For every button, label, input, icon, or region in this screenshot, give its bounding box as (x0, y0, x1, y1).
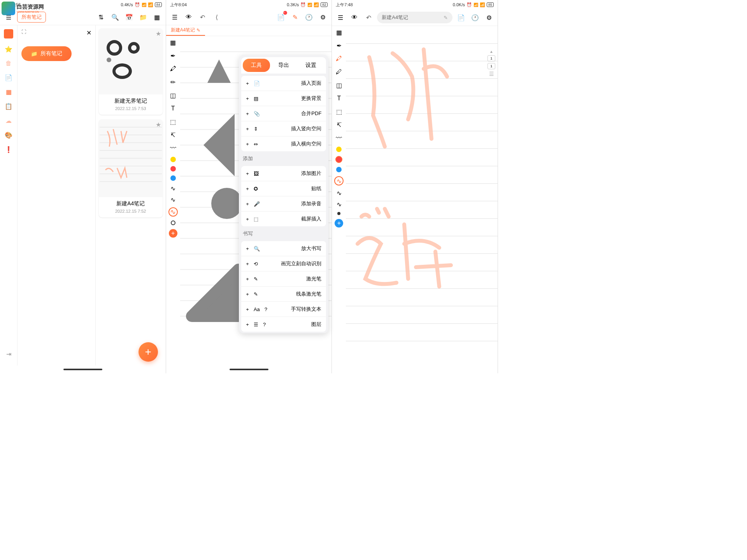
marker-icon[interactable]: 🖍 (334, 54, 344, 63)
popup-sticker[interactable]: +✪贴纸 (241, 181, 326, 196)
shapes-icon[interactable]: ▦ (334, 28, 344, 37)
popup-tab-settings[interactable]: 设置 (297, 59, 324, 72)
menu-icon[interactable]: ☰ (335, 12, 346, 23)
popup-tab-export[interactable]: 导出 (270, 59, 297, 72)
clock-icon[interactable]: 🕐 (303, 12, 314, 23)
popup-auto-recog[interactable]: +⟲画完立刻自动识别 (241, 256, 326, 271)
edit-title-icon[interactable]: ✎ (444, 15, 448, 21)
layers-icon: ☰ (254, 322, 258, 327)
star-icon[interactable]: ★ (156, 121, 161, 128)
popup-insert-v[interactable]: +⇕插入竖向空间 (241, 121, 326, 136)
star-icon[interactable]: ★ (156, 30, 161, 37)
sidebar-copy-icon[interactable]: 📋 (5, 103, 12, 110)
popup-zoom-write[interactable]: +🔍放大书写 (241, 241, 326, 256)
color-yellow[interactable] (336, 147, 342, 152)
highlighter-icon[interactable]: 🖊 (334, 67, 344, 77)
all-notes-folder-button[interactable]: 📁 所有笔记 (21, 46, 72, 61)
sidebar-doc-icon[interactable]: 📄 (5, 74, 12, 81)
note-tab[interactable]: 新建A4笔记 ✎ (166, 25, 205, 36)
note-card[interactable]: ★ 新建A4笔记 2022.12.15 7:5 (99, 119, 163, 217)
sidebar-apps-icon[interactable]: ▦ (6, 88, 12, 96)
sidebar-alert-icon[interactable]: ❗ (5, 146, 12, 153)
wave-med-icon[interactable]: ∿ (170, 196, 175, 203)
pointer-icon[interactable]: ↸ (334, 120, 344, 130)
lasso-icon[interactable]: ⬚ (334, 107, 344, 116)
text-icon[interactable]: T (168, 104, 178, 113)
popup-insert-page[interactable]: +📄插入页面 (241, 76, 326, 91)
popup-line-laser[interactable]: +✎线条激光笔 (241, 287, 326, 302)
shapes-icon[interactable]: ▦ (168, 38, 178, 47)
tool-sidebar: ▦ ✒ 🖍 🖊 ◫ T ⬚ ↸ 〰 ∿ ∿ ∿ + (332, 26, 346, 373)
add-note-fab[interactable]: + (139, 342, 158, 362)
wave-large-icon[interactable]: ∿ (168, 207, 178, 217)
settings-icon[interactable]: ⚙ (484, 12, 494, 23)
note-card[interactable]: ★ 新建无界笔记 2022.12.15 7:53 (99, 28, 163, 115)
wave-med-icon[interactable]: ∿ (337, 189, 342, 197)
popup-laser[interactable]: +✎激光笔 (241, 271, 326, 287)
folder-icon[interactable]: 📁 (138, 12, 149, 23)
add-tool-button[interactable]: + (335, 219, 343, 228)
marker-icon[interactable]: 🖍 (168, 64, 178, 74)
sidebar-expand-icon[interactable]: ⇥ (6, 350, 11, 358)
sidebar-cloud-icon[interactable]: ☁ (5, 117, 12, 124)
grid-icon[interactable]: ▦ (152, 12, 163, 23)
sidebar-trash-icon[interactable]: 🗑 (5, 60, 12, 67)
popup-layers[interactable]: +☰?图层 (241, 317, 326, 332)
pencil-icon[interactable]: ✏ (168, 77, 178, 87)
color-blue[interactable] (170, 175, 176, 181)
scroll-up-icon[interactable]: ▲ (489, 49, 493, 54)
wave-icon[interactable]: 〰 (334, 133, 344, 143)
color-red[interactable] (170, 166, 176, 172)
size-large[interactable] (171, 220, 175, 225)
calendar-icon[interactable]: 📅 (124, 12, 135, 23)
left-sidebar: ⭐ 🗑 📄 ▦ 📋 ☁ 🎨 ❗ ⇥ (0, 25, 18, 366)
image-icon: 🖼 (254, 171, 259, 177)
wave-small-icon[interactable]: ∿ (170, 185, 175, 192)
color-yellow[interactable] (170, 157, 176, 162)
canvas[interactable]: ▲ 1 1 ☰ (346, 26, 498, 373)
search-icon[interactable]: 🔍 (110, 12, 121, 23)
popup-merge-pdf[interactable]: +📎合并PDF (241, 106, 326, 121)
popup-hand-to-text[interactable]: +Aa?手写转换文本 (241, 302, 326, 317)
sidebar-palette-icon[interactable]: 🎨 (5, 131, 12, 139)
eye-icon[interactable]: 👁 (183, 12, 194, 23)
wave-selected-icon[interactable]: ∿ (334, 176, 344, 186)
sidebar-notes-icon[interactable] (4, 29, 13, 38)
edit-tab-icon[interactable]: ✎ (196, 28, 200, 33)
eraser-icon[interactable]: ◫ (334, 80, 344, 90)
sort-icon[interactable]: ⇅ (96, 12, 107, 23)
color-blue[interactable] (336, 167, 342, 172)
popup-add-audio[interactable]: +🎤添加录音 (241, 196, 326, 212)
popup-change-bg[interactable]: +▨更换背景 (241, 91, 326, 106)
layers-mini-icon[interactable]: ☰ (489, 71, 494, 77)
clock-icon[interactable]: 🕐 (470, 12, 480, 23)
undo-icon[interactable]: ↶ (363, 12, 374, 23)
eraser-icon[interactable]: ◫ (168, 91, 178, 100)
note-title-input[interactable]: 新建A4笔记 ✎ (377, 12, 452, 23)
eye-icon[interactable]: 👁 (349, 12, 360, 23)
popup-screenshot[interactable]: +⬚截屏插入 (241, 212, 326, 226)
popup-tab-tools[interactable]: 工具 (243, 59, 270, 72)
collapse-icon[interactable]: ⛶ (21, 29, 91, 35)
text-icon[interactable]: T (334, 94, 344, 103)
popup-insert-h[interactable]: +⇔插入横向空间 (241, 136, 326, 151)
add-page-icon[interactable]: 📄 (456, 12, 466, 23)
sidebar-star-icon[interactable]: ⭐ (5, 46, 12, 53)
wave-small-icon[interactable]: ∿ (337, 201, 342, 208)
fountain-pen-icon[interactable]: ✒ (334, 41, 344, 50)
popup-add-image[interactable]: +🖼添加图片 (241, 166, 326, 181)
add-page-icon[interactable]: 📄− (275, 12, 286, 23)
back-icon[interactable]: ⟨ (211, 12, 222, 23)
lasso-icon[interactable]: ⬚ (168, 117, 178, 126)
fountain-pen-icon[interactable]: ✒ (168, 51, 178, 60)
pen-icon[interactable]: ✎ (289, 12, 300, 23)
settings-icon[interactable]: ⚙ (317, 12, 328, 23)
color-red[interactable] (335, 156, 342, 163)
add-tool-button[interactable]: + (169, 229, 177, 238)
wave-icon[interactable]: 〰 (168, 144, 178, 153)
menu-icon[interactable]: ☰ (169, 12, 180, 23)
pointer-icon[interactable]: ↸ (168, 130, 178, 140)
undo-icon[interactable]: ↶ (197, 12, 208, 23)
size-small[interactable] (337, 212, 340, 215)
close-panel-button[interactable]: ✕ (86, 29, 91, 37)
